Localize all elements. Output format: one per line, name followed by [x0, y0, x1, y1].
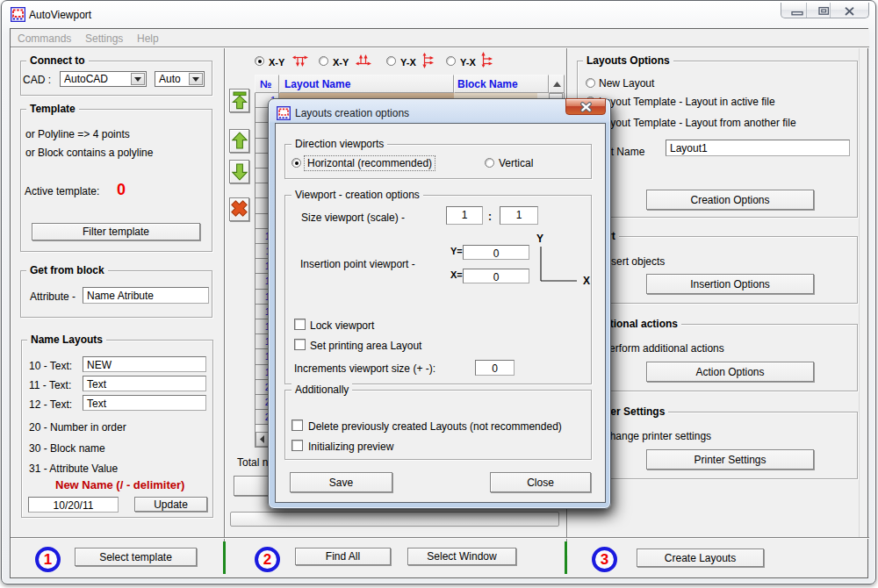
svg-text:Y: Y: [536, 233, 543, 245]
svg-text:X: X: [583, 275, 590, 287]
